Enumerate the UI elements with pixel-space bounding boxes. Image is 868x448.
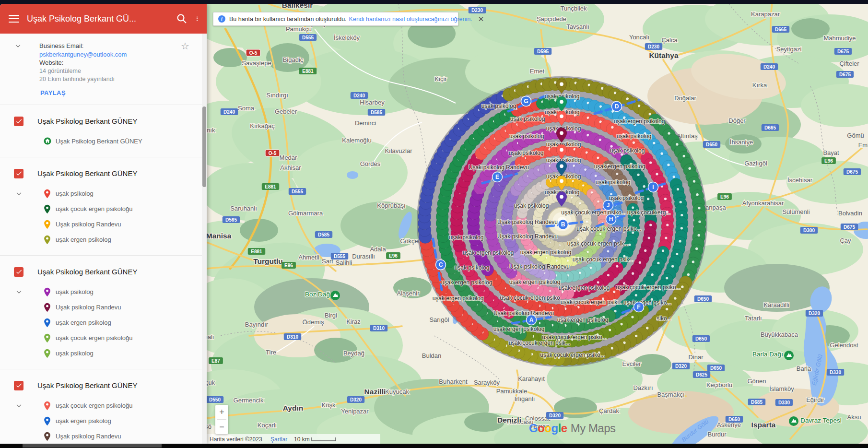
city-label: Bigadiç — [283, 56, 304, 63]
layer-item[interactable]: uşak psikolog — [43, 284, 202, 300]
city-label: Tunçbilek — [560, 5, 587, 12]
layer-item[interactable]: Uşak Psikolog Berkant GÜNEY — [43, 134, 202, 149]
city-label: Kalemoğlu — [342, 137, 371, 144]
banner-text: Bu harita bir kullanıcı tarafından oluşt… — [229, 16, 347, 23]
svg-text:D675: D675 — [839, 72, 851, 77]
layer-item[interactable]: uşak çocuk ergen psikoloğu — [43, 398, 202, 413]
svg-text:D685: D685 — [751, 400, 762, 405]
city-label: Alaşehir — [397, 290, 420, 297]
star-icon[interactable]: ☆ — [181, 41, 189, 51]
city-label: Afyonkarahisar — [742, 200, 784, 207]
layer-item-label: uşak ergen psikolog — [56, 417, 111, 424]
city-label: Gömü — [847, 132, 864, 139]
pin-icon — [43, 318, 51, 328]
layer-title: Uşak Psikolog Berkant GÜNEY — [37, 117, 137, 125]
svg-text:D: D — [615, 103, 619, 110]
svg-text:D240: D240 — [223, 109, 235, 115]
letter-marker-J[interactable]: J — [603, 200, 613, 211]
layer-item[interactable]: uşak çocuk ergen psikoloğu — [43, 201, 202, 217]
layer-list: Uşak Psikolog Berkant GÜNEY — [0, 105, 202, 444]
letter-marker-H[interactable]: H — [606, 214, 616, 224]
letter-marker-E[interactable]: E — [493, 172, 503, 182]
pin-icon — [43, 235, 51, 245]
close-icon[interactable]: ✕ — [478, 15, 484, 23]
letter-marker-C[interactable]: C — [436, 260, 446, 270]
svg-text:D675: D675 — [844, 224, 855, 230]
layer-item[interactable]: uşak psikolog — [43, 346, 202, 361]
zoom-control: + − — [215, 405, 228, 434]
chevron-down-icon[interactable] — [15, 402, 23, 411]
city-label: Aksu — [847, 413, 861, 421]
road-badge: D675 — [834, 48, 852, 55]
layer-item[interactable]: uşak ergen psikolog — [43, 413, 202, 429]
city-label: Gebeler — [275, 108, 297, 115]
city-label: İhsaniye — [730, 139, 753, 146]
share-button[interactable]: PAYLAŞ — [40, 89, 66, 96]
layer-item-label: Uşak psikolog Randevu — [56, 221, 121, 228]
city-label: İslamköy — [769, 385, 794, 392]
city-label: Büyükkabaca — [761, 331, 798, 338]
letter-marker-G[interactable]: G — [521, 96, 531, 106]
city-label: Birgi — [325, 312, 337, 319]
layer-checkbox[interactable] — [14, 117, 23, 126]
terms-link[interactable]: Şartlar — [270, 436, 287, 443]
svg-text:D585: D585 — [371, 110, 382, 115]
map-info-panel: ☆ Business Email: pskberkantguney@outloo… — [0, 34, 202, 105]
road-badge: E96 — [717, 193, 732, 200]
layer-item[interactable]: uşak psikolog — [43, 186, 202, 201]
map-canvas[interactable]: TunçbilekŞapçıdedeTavşanlıYoncalıÇalcaKa… — [207, 4, 868, 444]
layer-checkbox[interactable] — [14, 381, 23, 390]
letter-marker-I[interactable]: I — [648, 182, 658, 192]
city-label: Beydağ — [343, 350, 364, 357]
spiral-marker-label: uşak psikolog — [509, 150, 544, 156]
zoom-out-button[interactable]: − — [215, 420, 228, 434]
svg-text:I: I — [652, 184, 654, 190]
letter-marker-A[interactable]: A — [527, 315, 537, 325]
layer-item[interactable]: Uşak psikolog Randevu — [43, 217, 202, 232]
google-my-maps-logo: GoogleMy Maps — [529, 422, 616, 435]
svg-text:E96: E96 — [284, 263, 293, 268]
spiral-marker-label: uşak ergen psikolog — [433, 295, 484, 302]
layer-item[interactable]: uşak ergen psikolog — [43, 315, 202, 330]
spiral-marker-label: uşak psikolog — [617, 133, 652, 140]
layer-item[interactable]: Uşak psikolog Randevu — [43, 300, 202, 315]
chevron-down-icon[interactable] — [15, 288, 23, 297]
screen: Uşak Psikolog Berkant GÜ... ☆ Business E… — [0, 0, 868, 448]
sidebar-scrollbar[interactable] — [202, 34, 207, 444]
layer-checkbox[interactable] — [14, 267, 23, 277]
spiral-marker-label: uşak ergen psikolog — [520, 249, 572, 256]
spiral-marker-label: uşak psikolog — [514, 202, 549, 209]
sidebar-header: Uşak Psikolog Berkant GÜ... — [0, 4, 207, 34]
layer-item-label: uşak ergen psikolog — [56, 319, 111, 326]
letter-marker-B[interactable]: B — [558, 220, 568, 230]
chevron-down-icon[interactable] — [15, 190, 23, 199]
layer-item[interactable]: Uşak psikolog Randevu — [43, 429, 202, 444]
road-badge: E96 — [821, 157, 836, 164]
email-link[interactable]: pskberkantguney@outlook.com — [39, 50, 192, 59]
svg-text:G: G — [524, 98, 528, 105]
layer-item[interactable]: uşak çocuk ergen psikoloğu — [43, 330, 202, 346]
kebab-menu-icon[interactable] — [194, 13, 200, 24]
letter-marker-D[interactable]: D — [612, 102, 622, 112]
letter-marker-F[interactable]: F — [634, 302, 644, 312]
spiral-marker-label: Uşak psikolog Randevu — [497, 219, 558, 225]
spiral-marker-label: Uşak psikolog Randevu — [497, 233, 558, 240]
svg-text:D650: D650 — [710, 365, 722, 371]
layer-checkbox[interactable] — [14, 169, 23, 178]
search-icon[interactable] — [176, 13, 188, 24]
spiral-marker-label: uşak ergen psikolog — [557, 317, 609, 323]
city-label: Keçiborlu — [706, 381, 732, 389]
menu-icon[interactable] — [9, 15, 19, 23]
city-label: Kiraz — [346, 318, 361, 325]
scale-label: 10 km — [294, 436, 310, 443]
scrollbar-thumb[interactable] — [202, 106, 206, 187]
svg-text:E881: E881 — [251, 249, 262, 254]
published-date: 20 Ekim tarihinde yayınlandı — [39, 75, 192, 84]
banner-learn-link[interactable]: Kendi haritanızı nasıl oluşturacağınızı … — [349, 16, 472, 23]
city-label: Manisa — [207, 232, 232, 240]
zoom-in-button[interactable]: + — [215, 405, 228, 419]
chevron-down-icon[interactable] — [14, 42, 22, 51]
road-badge: D550 — [207, 396, 223, 403]
city-label: balı — [207, 333, 214, 341]
layer-item[interactable]: uşak ergen psikolog — [43, 232, 202, 248]
